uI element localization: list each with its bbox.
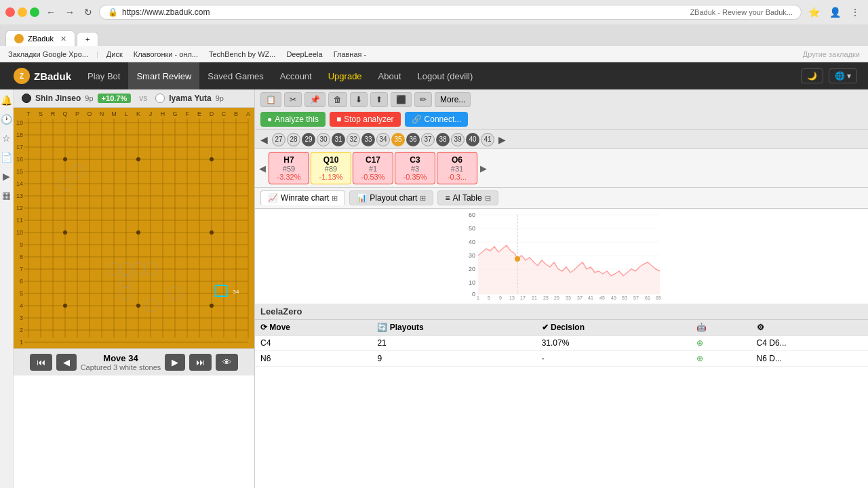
nav-logout[interactable]: Logout (devill): [410, 62, 481, 89]
address-bar[interactable]: 🔒 https://www.zbaduk.com ZBaduk - Review…: [99, 5, 802, 20]
suggestion-c17[interactable]: C17 #1 -0.53%: [353, 152, 393, 184]
table-row[interactable]: N6 9 - ⊕ N6 D...: [255, 351, 868, 367]
language-toggle[interactable]: 🌐 ▾: [829, 68, 857, 83]
back-button[interactable]: ←: [43, 5, 58, 19]
nav-upgrade[interactable]: Upgrade: [320, 62, 370, 89]
bookmark-google[interactable]: Закладки Google Хро...: [5, 49, 91, 59]
tool-btn-1[interactable]: 📋: [260, 92, 281, 107]
bookmark-techbench[interactable]: TechBench by WZ...: [206, 49, 278, 59]
ai-table-tab[interactable]: ≡ AI Table ⊟: [437, 190, 498, 205]
svg-text:10: 10: [469, 279, 475, 286]
next-move-button[interactable]: ▶: [165, 354, 185, 371]
nav-saved-games[interactable]: Saved Games: [199, 62, 271, 89]
tab-zbaduk[interactable]: ZBaduk ✕: [5, 30, 75, 46]
tool-btn-upload[interactable]: ⬆: [370, 92, 388, 107]
move-chip-37[interactable]: 37: [421, 133, 435, 146]
move-chip-38[interactable]: 38: [436, 133, 450, 146]
connect-button[interactable]: 🔗 Connect...: [405, 112, 469, 127]
move-chip-31[interactable]: 31: [332, 133, 345, 146]
sidebar-grid-icon[interactable]: ▦: [2, 190, 11, 201]
scroll-left-button[interactable]: ◀: [258, 133, 271, 146]
move-chip-29[interactable]: 29: [302, 133, 315, 146]
minimize-button[interactable]: [18, 7, 27, 17]
close-button[interactable]: [5, 7, 15, 17]
playout-expand-icon[interactable]: ⊞: [420, 194, 426, 203]
move-chip-33[interactable]: 33: [361, 133, 375, 146]
suggestion-o6[interactable]: O6 #31 -0.3...: [437, 152, 477, 184]
tool-btn-share[interactable]: ⬛: [391, 92, 412, 107]
go-board[interactable]: TSRQPONMLKJHGFEDCBA 19181716151413121110…: [14, 108, 254, 348]
bookmark-more[interactable]: Другие закладки: [800, 49, 863, 59]
bookmark-disk[interactable]: Диск: [104, 49, 125, 59]
nav-play-bot[interactable]: Play Bot: [79, 62, 128, 89]
move-chip-36[interactable]: 36: [406, 133, 420, 146]
th-extra[interactable]: ⚙: [751, 320, 868, 336]
move-scroll-bar[interactable]: ◀ 27 28 29 30 31 32 33 34 35 36 37 38 39: [255, 130, 868, 149]
suggestion-h7[interactable]: H7 #59 -3.32%: [269, 152, 309, 184]
first-move-button[interactable]: ⏮: [30, 354, 52, 371]
nav-smart-review[interactable]: Smart Review: [128, 62, 199, 89]
suggestion-c3[interactable]: C3 #3 -0.35%: [395, 152, 435, 184]
th-refresh[interactable]: ⟳ Move: [255, 320, 372, 336]
reload-button[interactable]: ↻: [81, 5, 95, 19]
forward-button[interactable]: →: [62, 5, 77, 19]
svg-text:1: 1: [20, 339, 23, 346]
stop-button[interactable]: ■ Stop analyzer: [330, 112, 401, 127]
ai-plus-c4[interactable]: ⊕: [691, 336, 751, 351]
profile-button[interactable]: 👤: [827, 5, 844, 19]
tool-btn-edit[interactable]: ✏: [414, 92, 432, 107]
svg-text:53: 53: [622, 296, 627, 300]
bookmark-home[interactable]: Главная -: [331, 49, 370, 59]
sidebar-clock-icon[interactable]: 🕐: [1, 114, 12, 125]
move-chip-27[interactable]: 27: [272, 133, 285, 146]
tab-close-icon[interactable]: ✕: [60, 35, 66, 43]
ai-plus-n6[interactable]: ⊕: [691, 351, 751, 367]
tool-btn-2[interactable]: ✂: [284, 92, 302, 107]
move-cell-n6: N6: [255, 351, 372, 367]
sidebar-bell-icon[interactable]: 🔔: [1, 95, 12, 106]
analyze-button[interactable]: ● Analyze this: [260, 112, 326, 127]
move-chip-28[interactable]: 28: [287, 133, 300, 146]
sidebar-star-icon[interactable]: ☆: [2, 133, 11, 144]
tool-btn-3[interactable]: 📌: [304, 92, 326, 107]
prev-move-button[interactable]: ◀: [56, 354, 77, 371]
extensions-button[interactable]: ⭐: [806, 5, 823, 19]
svg-point-142: [515, 256, 520, 262]
winrate-chart-tab[interactable]: 📈 Winrate chart ⊞: [260, 190, 345, 205]
move-chip-40[interactable]: 40: [466, 133, 479, 146]
bookmark-klavogonki[interactable]: Клавогонки - онл...: [131, 49, 201, 59]
tool-btn-delete[interactable]: 🗑: [328, 92, 347, 107]
sidebar-play-icon[interactable]: ▶: [3, 171, 10, 182]
eye-button[interactable]: 👁: [216, 354, 238, 371]
scroll-right-button[interactable]: ▶: [496, 133, 509, 146]
move-chip-35[interactable]: 35: [391, 133, 405, 146]
move-chip-39[interactable]: 39: [451, 133, 465, 146]
maximize-button[interactable]: [30, 7, 39, 17]
sugg-scroll-left[interactable]: ◀: [258, 162, 267, 175]
th-ai[interactable]: 🤖: [691, 320, 751, 336]
bookmark-deepleela[interactable]: DeepLeela: [283, 49, 325, 59]
table-row[interactable]: C4 21 31.07% ⊕ C4 D6...: [255, 336, 868, 351]
suggestion-q10[interactable]: Q10 #89 -1.13%: [311, 152, 351, 184]
ai-table-scroll[interactable]: ⟳ Move 🔄 Playouts ✔ Decision 🤖 ⚙: [255, 320, 868, 488]
th-decision[interactable]: ✔ Decision: [536, 320, 691, 336]
playout-chart-tab[interactable]: 📊 Playout chart ⊞: [349, 190, 433, 205]
theme-toggle[interactable]: 🌙: [801, 68, 823, 83]
tool-btn-download[interactable]: ⬇: [350, 92, 368, 107]
tab-new[interactable]: +: [77, 32, 98, 46]
move-chip-30[interactable]: 30: [317, 133, 330, 146]
more-button[interactable]: More...: [435, 92, 471, 107]
last-move-button[interactable]: ⏭: [189, 354, 212, 371]
nav-about[interactable]: About: [370, 62, 410, 89]
winrate-expand-icon[interactable]: ⊞: [332, 194, 338, 203]
ai-table-expand-icon[interactable]: ⊟: [485, 194, 491, 203]
analyze-icon: ●: [267, 115, 272, 124]
move-chip-41[interactable]: 41: [481, 133, 494, 146]
move-chip-32[interactable]: 32: [347, 133, 360, 146]
nav-account[interactable]: Account: [272, 62, 320, 89]
menu-button[interactable]: ⋮: [848, 5, 863, 19]
th-playouts[interactable]: 🔄 Playouts: [372, 320, 536, 336]
sidebar-docs-icon[interactable]: 📄: [1, 152, 12, 163]
move-chip-34[interactable]: 34: [376, 133, 390, 146]
sugg-scroll-right[interactable]: ▶: [479, 162, 488, 175]
